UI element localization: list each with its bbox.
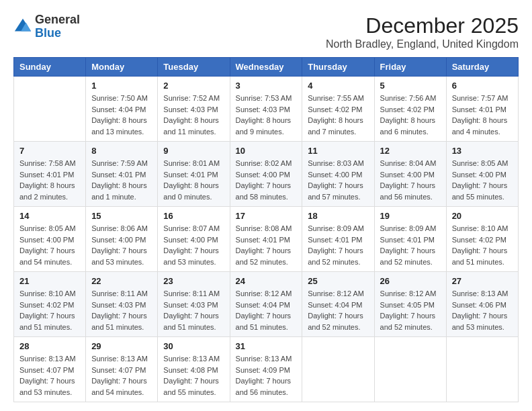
day-info: Sunrise: 8:12 AMSunset: 4:05 PMDaylight:… xyxy=(380,288,441,332)
calendar-cell: 6Sunrise: 7:57 AMSunset: 4:01 PMDaylight… xyxy=(446,77,518,142)
calendar-cell: 18Sunrise: 8:09 AMSunset: 4:01 PMDayligh… xyxy=(302,207,374,272)
day-number: 16 xyxy=(163,211,224,221)
day-number: 28 xyxy=(19,341,80,351)
day-info: Sunrise: 8:13 AMSunset: 4:07 PMDaylight:… xyxy=(91,353,152,398)
header-row: SundayMondayTuesdayWednesdayThursdayFrid… xyxy=(14,58,519,77)
day-info: Sunrise: 7:50 AMSunset: 4:04 PMDaylight:… xyxy=(91,93,152,137)
day-info: Sunrise: 8:05 AMSunset: 4:00 PMDaylight:… xyxy=(19,223,80,267)
day-number: 9 xyxy=(163,146,224,156)
header-day-monday: Monday xyxy=(86,58,158,77)
logo: General Blue xyxy=(13,13,80,40)
day-info: Sunrise: 8:06 AMSunset: 4:00 PMDaylight:… xyxy=(91,223,152,267)
month-title: December 2025 xyxy=(326,13,519,38)
day-number: 17 xyxy=(236,211,297,221)
day-number: 18 xyxy=(308,211,368,221)
header-day-thursday: Thursday xyxy=(302,58,374,77)
calendar-cell: 9Sunrise: 8:01 AMSunset: 4:01 PMDaylight… xyxy=(158,142,230,207)
calendar-cell: 30Sunrise: 8:13 AMSunset: 4:08 PMDayligh… xyxy=(158,337,230,402)
day-info: Sunrise: 8:04 AMSunset: 4:00 PMDaylight:… xyxy=(380,158,441,202)
week-row-4: 28Sunrise: 8:13 AMSunset: 4:07 PMDayligh… xyxy=(14,337,519,402)
calendar-cell: 20Sunrise: 8:10 AMSunset: 4:02 PMDayligh… xyxy=(446,207,518,272)
day-number: 8 xyxy=(91,146,152,156)
day-number: 15 xyxy=(91,211,152,221)
day-info: Sunrise: 8:11 AMSunset: 4:03 PMDaylight:… xyxy=(91,288,152,332)
day-info: Sunrise: 8:09 AMSunset: 4:01 PMDaylight:… xyxy=(380,223,441,267)
calendar-cell: 1Sunrise: 7:50 AMSunset: 4:04 PMDaylight… xyxy=(86,77,158,142)
calendar-cell: 4Sunrise: 7:55 AMSunset: 4:02 PMDaylight… xyxy=(302,77,374,142)
day-number: 23 xyxy=(163,276,224,286)
calendar-cell xyxy=(14,77,86,142)
logo-blue: Blue xyxy=(35,26,61,40)
day-info: Sunrise: 8:13 AMSunset: 4:06 PMDaylight:… xyxy=(452,288,513,332)
header-day-friday: Friday xyxy=(374,58,446,77)
calendar-header: SundayMondayTuesdayWednesdayThursdayFrid… xyxy=(14,58,519,77)
logo-text: General Blue xyxy=(35,13,80,40)
day-info: Sunrise: 8:10 AMSunset: 4:02 PMDaylight:… xyxy=(19,288,80,332)
week-row-1: 7Sunrise: 7:58 AMSunset: 4:01 PMDaylight… xyxy=(14,142,519,207)
day-info: Sunrise: 8:01 AMSunset: 4:01 PMDaylight:… xyxy=(163,158,224,202)
day-number: 30 xyxy=(163,341,224,351)
day-number: 3 xyxy=(236,81,297,91)
logo-icon xyxy=(13,17,32,36)
calendar-cell: 11Sunrise: 8:03 AMSunset: 4:00 PMDayligh… xyxy=(302,142,374,207)
day-info: Sunrise: 7:52 AMSunset: 4:03 PMDaylight:… xyxy=(163,93,224,137)
page-header: General Blue December 2025 North Bradley… xyxy=(13,13,519,50)
day-number: 24 xyxy=(236,276,297,286)
day-info: Sunrise: 8:02 AMSunset: 4:00 PMDaylight:… xyxy=(236,158,297,202)
week-row-2: 14Sunrise: 8:05 AMSunset: 4:00 PMDayligh… xyxy=(14,207,519,272)
calendar-cell xyxy=(446,337,518,402)
day-info: Sunrise: 7:56 AMSunset: 4:02 PMDaylight:… xyxy=(380,93,441,137)
logo-general: General xyxy=(35,13,80,26)
calendar-cell: 27Sunrise: 8:13 AMSunset: 4:06 PMDayligh… xyxy=(446,272,518,337)
calendar-cell: 7Sunrise: 7:58 AMSunset: 4:01 PMDaylight… xyxy=(14,142,86,207)
calendar-cell: 12Sunrise: 8:04 AMSunset: 4:00 PMDayligh… xyxy=(374,142,446,207)
calendar-cell: 3Sunrise: 7:53 AMSunset: 4:03 PMDaylight… xyxy=(230,77,302,142)
calendar-cell: 23Sunrise: 8:11 AMSunset: 4:03 PMDayligh… xyxy=(158,272,230,337)
calendar-cell: 14Sunrise: 8:05 AMSunset: 4:00 PMDayligh… xyxy=(14,207,86,272)
title-block: December 2025 North Bradley, England, Un… xyxy=(326,13,519,50)
day-number: 13 xyxy=(452,146,513,156)
day-number: 25 xyxy=(308,276,368,286)
calendar-cell: 31Sunrise: 8:13 AMSunset: 4:09 PMDayligh… xyxy=(230,337,302,402)
day-number: 2 xyxy=(163,81,224,91)
day-number: 1 xyxy=(91,81,152,91)
calendar-cell: 26Sunrise: 8:12 AMSunset: 4:05 PMDayligh… xyxy=(374,272,446,337)
day-info: Sunrise: 7:55 AMSunset: 4:02 PMDaylight:… xyxy=(308,93,368,137)
calendar-cell: 8Sunrise: 7:59 AMSunset: 4:01 PMDaylight… xyxy=(86,142,158,207)
day-info: Sunrise: 8:03 AMSunset: 4:00 PMDaylight:… xyxy=(308,158,368,202)
calendar-cell: 24Sunrise: 8:12 AMSunset: 4:04 PMDayligh… xyxy=(230,272,302,337)
calendar-cell: 10Sunrise: 8:02 AMSunset: 4:00 PMDayligh… xyxy=(230,142,302,207)
day-info: Sunrise: 8:11 AMSunset: 4:03 PMDaylight:… xyxy=(163,288,224,332)
day-info: Sunrise: 8:13 AMSunset: 4:09 PMDaylight:… xyxy=(236,353,297,398)
day-number: 19 xyxy=(380,211,441,221)
day-info: Sunrise: 8:13 AMSunset: 4:08 PMDaylight:… xyxy=(163,353,224,398)
day-number: 6 xyxy=(452,81,513,91)
calendar-cell: 19Sunrise: 8:09 AMSunset: 4:01 PMDayligh… xyxy=(374,207,446,272)
day-number: 29 xyxy=(91,341,152,351)
calendar-cell: 29Sunrise: 8:13 AMSunset: 4:07 PMDayligh… xyxy=(86,337,158,402)
day-info: Sunrise: 8:10 AMSunset: 4:02 PMDaylight:… xyxy=(452,223,513,267)
day-number: 20 xyxy=(452,211,513,221)
day-info: Sunrise: 8:13 AMSunset: 4:07 PMDaylight:… xyxy=(19,353,80,398)
day-info: Sunrise: 7:58 AMSunset: 4:01 PMDaylight:… xyxy=(19,158,80,202)
calendar-cell xyxy=(302,337,374,402)
day-info: Sunrise: 8:09 AMSunset: 4:01 PMDaylight:… xyxy=(308,223,368,267)
calendar-cell: 28Sunrise: 8:13 AMSunset: 4:07 PMDayligh… xyxy=(14,337,86,402)
calendar-cell: 22Sunrise: 8:11 AMSunset: 4:03 PMDayligh… xyxy=(86,272,158,337)
day-info: Sunrise: 8:07 AMSunset: 4:00 PMDaylight:… xyxy=(163,223,224,267)
calendar-cell xyxy=(374,337,446,402)
day-info: Sunrise: 8:12 AMSunset: 4:04 PMDaylight:… xyxy=(236,288,297,332)
day-number: 14 xyxy=(19,211,80,221)
week-row-3: 21Sunrise: 8:10 AMSunset: 4:02 PMDayligh… xyxy=(14,272,519,337)
calendar-cell: 13Sunrise: 8:05 AMSunset: 4:00 PMDayligh… xyxy=(446,142,518,207)
day-number: 26 xyxy=(380,276,441,286)
calendar-cell: 2Sunrise: 7:52 AMSunset: 4:03 PMDaylight… xyxy=(158,77,230,142)
header-day-wednesday: Wednesday xyxy=(230,58,302,77)
header-day-sunday: Sunday xyxy=(14,58,86,77)
day-info: Sunrise: 8:08 AMSunset: 4:01 PMDaylight:… xyxy=(236,223,297,267)
header-day-tuesday: Tuesday xyxy=(158,58,230,77)
week-row-0: 1Sunrise: 7:50 AMSunset: 4:04 PMDaylight… xyxy=(14,77,519,142)
calendar-body: 1Sunrise: 7:50 AMSunset: 4:04 PMDaylight… xyxy=(14,77,519,402)
day-info: Sunrise: 7:57 AMSunset: 4:01 PMDaylight:… xyxy=(452,93,513,137)
day-number: 31 xyxy=(236,341,297,351)
